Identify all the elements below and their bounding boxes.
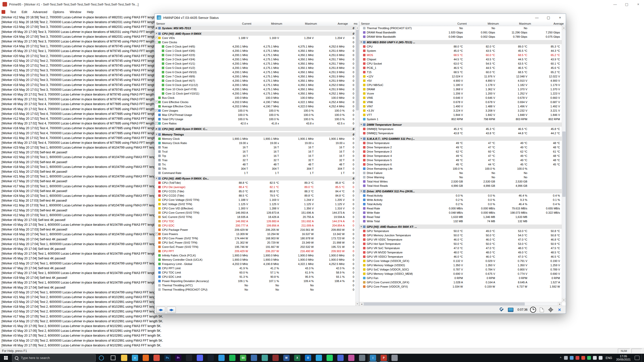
scrollbar-thumb[interactable] <box>364 302 525 305</box>
expander-icon[interactable]: + <box>155 101 158 103</box>
sensor-row[interactable]: DIMM[1] Temperature43.8 °C43.8 °C44.8 °C… <box>359 131 562 135</box>
sensor-row[interactable]: GPU Core Current (VDDCR_GFX)1.028 A0.164… <box>359 280 562 284</box>
hidden-icons-caret-icon[interactable]: ^ <box>558 356 563 360</box>
network-icon[interactable] <box>593 356 597 360</box>
sensor-row[interactable]: GPU Core Power (VDDCR_GFX)1.034 W0.159 W… <box>359 284 562 289</box>
sensor-row[interactable]: Total CPU Usage100.0 %100.0 %100.0 %100.… <box>155 117 356 121</box>
sensor-row[interactable]: Thermal Throttling (PROCHOT CPU)NoNoNo0 <box>155 287 356 292</box>
menu-help[interactable]: Help <box>84 9 96 15</box>
sensor-row[interactable]: CPU NB/SoC1.180 V1.178 V1.182 V1.179 V <box>359 83 562 87</box>
volume-icon[interactable] <box>599 356 602 360</box>
scroll-down-icon[interactable]: ▼ <box>356 302 359 306</box>
sensor-row[interactable]: Trfc304 T304 T304 T304 T0 <box>155 166 356 171</box>
sensor-row[interactable]: Trcd16 T16 T16 T16 T0 <box>155 149 356 154</box>
sensor-row[interactable]: Drive Temperature 645 °C44 °C45 °C45 °C <box>359 162 562 166</box>
sensor-row[interactable]: GPU Core Voltage (VDDCR_GFX)0.132 V0.029… <box>359 259 562 263</box>
nav-arrows-button-1[interactable]: ◀▶ <box>156 307 165 313</box>
spotify-taskbar-button[interactable] <box>227 354 238 362</box>
sensor-row[interactable]: DRAM Read Bandwidth1.920 Gbps0.991 Gbps1… <box>359 30 562 34</box>
sensor-row[interactable]: Drive Temperature 549 °C47 °C49 °C48 °C <box>359 158 562 162</box>
sensor-row[interactable]: CPU (Tctl/Tdie)88.8 °C82.5 °C89.3 °C85.8… <box>155 180 356 185</box>
taskbar-clock[interactable]: 17:05 20/05/2021 <box>614 355 633 361</box>
expander-icon[interactable]: + <box>155 36 158 39</box>
sensor-row[interactable]: Core 8 Clock (perf #6/7)4,200.1 MHz4,175… <box>155 78 356 83</box>
steam-taskbar-button[interactable] <box>205 354 216 362</box>
sensor-row[interactable]: Infinity Fabric Clock (FCLK)1,900.0 MHz1… <box>155 253 356 257</box>
sensor-row[interactable]: System45.0 °C43.5 °C45.5 °C44.3 °C <box>359 49 562 53</box>
expander-icon[interactable]: ▼ <box>359 41 363 43</box>
vscode-taskbar-button[interactable] <box>216 354 227 362</box>
minimize-icon[interactable]: — <box>609 0 621 9</box>
sensor-row[interactable]: CPU Core VID (Effective)1.300 V1.288 V1.… <box>155 206 356 210</box>
onedrive-icon[interactable] <box>564 356 568 360</box>
column-average[interactable]: Average <box>533 22 566 25</box>
menu-test[interactable]: Test <box>7 9 19 15</box>
column-maximum[interactable]: Maximum <box>501 22 533 25</box>
sensor-row[interactable]: CPU PPT209.429 W206.207 W216.490 W209.90… <box>155 249 356 253</box>
scroll-down-icon[interactable]: ▼ <box>562 298 566 302</box>
photoshop-taskbar-button[interactable]: Ps <box>162 354 173 362</box>
hwinfo-taskbar-button[interactable]: i <box>368 354 378 362</box>
sensor-row[interactable]: Core 2 Clock (perf #2/3)4,200.1 MHz4,175… <box>155 53 356 57</box>
chrome-taskbar-button[interactable] <box>151 354 162 362</box>
sensor-row[interactable]: Drive Temperature 449 °C47 °C49 °C48 °C <box>359 154 562 158</box>
sensor-row[interactable]: MOS68.5 °C60.0 °C68.5 °C65.2 °C <box>359 53 562 57</box>
expander-icon[interactable]: − <box>155 41 158 43</box>
sensor-section-row[interactable]: ▼CPU [#0]: AMD Ryzen 9 5900X0 <box>155 31 356 36</box>
sensor-row[interactable]: Total Activity0.2 %0.0 %46.4 %0.4 % <box>359 202 562 206</box>
expander-icon[interactable]: ▼ <box>359 138 363 140</box>
maximize-icon[interactable]: ▢ <box>621 0 632 9</box>
sensor-section-row[interactable]: ▼Memory Timings0 <box>155 132 356 137</box>
prime95-taskbar-button[interactable]: P <box>378 354 389 362</box>
cortana-button[interactable] <box>96 354 107 362</box>
sensor-row[interactable]: Write Activity0.2 %0.0 %9.3 %0.1 % <box>359 198 562 202</box>
taskbar-search[interactable] <box>12 354 96 361</box>
gpu-z-taskbar-button[interactable] <box>259 354 270 362</box>
outlook-taskbar-button[interactable]: O <box>303 354 313 362</box>
menu-advanced[interactable]: Advanced <box>30 9 50 15</box>
sensor-row[interactable]: Memory Controller Clock (UCLK)1,900.0 MH… <box>155 257 356 262</box>
word-taskbar-button[interactable]: W <box>281 354 292 362</box>
layout-button[interactable] <box>507 307 514 313</box>
sensor-row[interactable]: Max CPU/Thread Usage100.0 %100.0 %100.0 … <box>155 113 356 117</box>
sensor-row[interactable]: CPU Core Current (SVI2 TFN)146.993 A139.… <box>155 210 356 215</box>
sensor-section-row[interactable]: ▼S.M.A.R.T.: XPG GAMMIX S11 Pro (... <box>359 137 562 141</box>
sensor-row[interactable]: Drive FailureNoNoNo <box>359 171 562 175</box>
sensor-section-row[interactable]: ▼Drive: XPG GAMMIX S11 Pro (2K05... <box>359 189 562 193</box>
column-maximum[interactable]: Maximum <box>284 22 319 25</box>
show-desktop-button[interactable] <box>641 354 643 362</box>
sensor-row[interactable]: CPU TDC Limit60.0 %57.1 %61.9 %58.9 %0 <box>155 270 356 275</box>
task-view-button[interactable] <box>107 354 119 362</box>
sensor-row[interactable]: GPU VR VDDC Temperature46.0 °C46.0 °C47.… <box>359 237 562 242</box>
sensor-section-row[interactable]: ▼GPU [#0]: AMD Radeon RX 5600 XT: ... <box>359 224 562 229</box>
sensor-row[interactable]: CPU CCD2 (Tdie)88.5 °C79.5 °C89.8 °C84.8… <box>155 193 356 198</box>
sensor-row[interactable]: +Core VIDs1.188 V1.169 V1.294 V1.204 V0 <box>155 36 356 40</box>
sensor-row[interactable]: GPU VR VDDCI Temperature46.0 °C46.0 °C47… <box>359 254 562 259</box>
column-current[interactable]: Current <box>431 22 469 25</box>
sensor-row[interactable]: +Core Ratios42.0 x41.8 x43.8 x42.5 x0 <box>155 121 356 125</box>
sensor-row[interactable]: Trc48 T48 T48 T48 T0 <box>155 162 356 166</box>
sensor-row[interactable]: Average Effective Clock4,202.0 MHz4,190.… <box>155 104 356 108</box>
expander-icon[interactable]: ▼ <box>359 225 363 228</box>
file-explorer-taskbar-button[interactable] <box>119 354 130 362</box>
sensor-row[interactable]: Command Rate1 T1 T1 T1 T0 <box>155 171 356 175</box>
sensor-row[interactable]: CPU Core Voltage (SVI2 TFN)1.188 V1.169 … <box>155 198 356 202</box>
start-button[interactable] <box>0 354 12 362</box>
sensor-row[interactable]: Drive Temperature49 °C47 °C49 °C48 °C <box>359 141 562 145</box>
menu-edit[interactable]: Edit <box>19 9 30 15</box>
firefox-taskbar-button[interactable] <box>140 354 151 362</box>
expander-icon[interactable]: + <box>155 122 158 125</box>
expander-icon[interactable]: ▼ <box>155 133 158 135</box>
column-sensor[interactable]: Sensor <box>359 22 431 25</box>
sensor-row[interactable]: GPU Temperature50.0 °C49.0 °C53.0 °C50.8… <box>359 229 562 233</box>
sensor-row[interactable]: VIN50.646 V0.646 V0.678 V0.660 V <box>359 96 562 100</box>
premiere-taskbar-button[interactable]: Pr <box>173 354 184 362</box>
msi-center-icon[interactable] <box>576 356 579 360</box>
sensor-row[interactable]: VIN71.490 V1.488 V1.496 V1.492 V <box>359 104 562 108</box>
menu-window[interactable]: Window <box>67 9 84 15</box>
column-minimum[interactable]: Minimum <box>469 22 501 25</box>
expander-icon[interactable]: + <box>155 109 158 112</box>
sensor-row[interactable]: Core+SoC Power (SVI2 TFN)195.746 W191.66… <box>155 245 356 249</box>
sensor-row[interactable]: Drive WarningNoNoNo <box>359 175 562 179</box>
sensor-row[interactable]: DRAM Write Bandwidth0.049 Gbps0.002 Gbps… <box>359 34 562 39</box>
